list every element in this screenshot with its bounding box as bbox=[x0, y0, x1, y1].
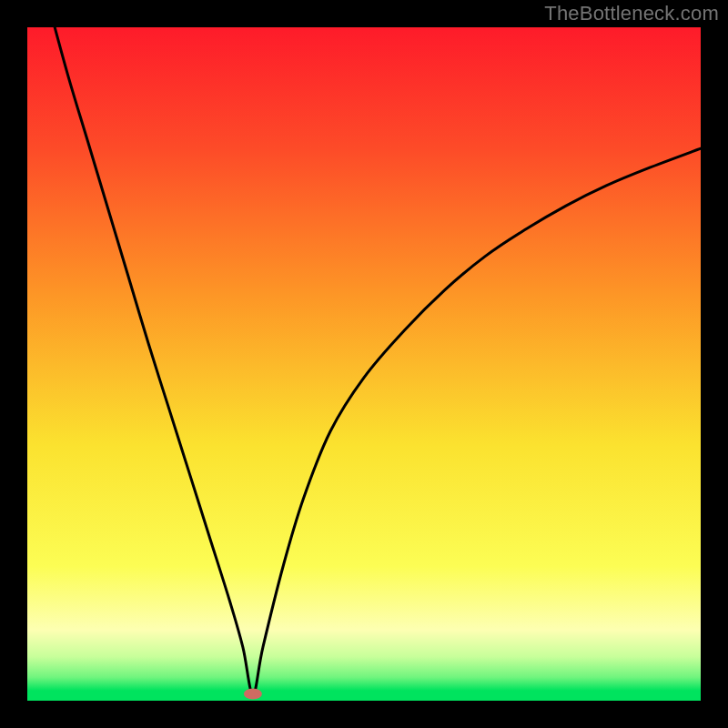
optimal-point-marker bbox=[244, 689, 262, 700]
plot-area bbox=[27, 27, 701, 701]
chart-svg bbox=[27, 27, 701, 701]
gradient-background bbox=[27, 27, 701, 701]
green-baseline bbox=[27, 693, 701, 701]
chart-frame: TheBottleneck.com bbox=[0, 0, 728, 728]
watermark-text: TheBottleneck.com bbox=[544, 2, 719, 25]
